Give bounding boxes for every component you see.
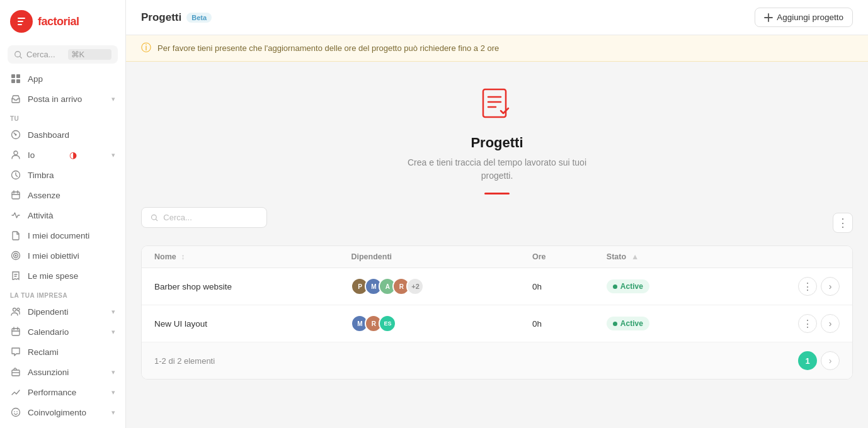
row-more-btn-1[interactable]: ⋮	[798, 277, 817, 296]
info-icon: ⓘ	[141, 42, 151, 55]
project-ore-1: 0h	[520, 268, 594, 305]
logo-icon	[10, 10, 33, 33]
next-page-btn[interactable]: ›	[821, 351, 840, 370]
sidebar-item-posta-label: Posta in arrivo	[28, 94, 82, 104]
sidebar-search[interactable]: Cerca... ⌘K	[8, 45, 118, 64]
sidebar: factorial Cerca... ⌘K App Posta in arriv…	[0, 0, 126, 428]
chevron-icon-dip: ▾	[111, 308, 115, 316]
page-title-area: Progetti Beta	[141, 11, 212, 24]
hero-section: Progetti Crea e tieni traccia del tempo …	[126, 62, 868, 207]
svg-point-18	[12, 408, 20, 417]
status-dot	[613, 284, 617, 289]
table-section: ⋮ Nome ↕ Dipendenti	[126, 207, 868, 395]
chevron-icon-io: ▾	[111, 151, 115, 159]
person-icon	[10, 149, 21, 160]
svg-point-14	[13, 308, 16, 312]
sidebar-item-coinvolgimento-label: Coinvolgimento	[28, 408, 86, 417]
projects-table: Nome ↕ Dipendenti Ore Stato ▲	[141, 245, 853, 380]
sort-nome-icon: ↕	[181, 252, 185, 261]
project-avatars-2: M R ES	[338, 305, 519, 342]
search-icon	[14, 50, 23, 59]
table-search-bar[interactable]	[141, 207, 267, 228]
project-actions-2: ⋮ ›	[724, 305, 852, 342]
sidebar-item-assunzioni-label: Assunzioni	[28, 368, 69, 377]
status-badge: Active	[607, 279, 649, 293]
table-row: New UI layout M R ES 0h	[142, 305, 852, 342]
inbox-icon	[10, 93, 21, 104]
col-ore: Ore	[520, 246, 594, 268]
col-nome[interactable]: Nome ↕	[142, 246, 338, 268]
pagination-controls: 1 ›	[594, 342, 852, 380]
svg-point-20	[16, 411, 18, 412]
smile-icon	[10, 407, 21, 418]
col-stato[interactable]: Stato ▲	[594, 246, 724, 268]
project-name-2: New UI layout	[142, 305, 338, 342]
sidebar-item-dipendenti[interactable]: Dipendenti ▾	[0, 301, 125, 322]
project-actions-1: ⋮ ›	[724, 268, 852, 305]
info-banner: ⓘ Per favore tieni presente che l'aggior…	[126, 35, 868, 62]
sidebar-item-io-label: Io	[28, 150, 35, 160]
sidebar-item-obiettivi[interactable]: I miei obiettivi	[0, 245, 125, 266]
avatar-more: +2	[406, 278, 424, 295]
sidebar-item-timbra[interactable]: Timbra	[0, 165, 125, 185]
sidebar-item-performance[interactable]: Performance ▾	[0, 382, 125, 402]
sidebar-item-reclami[interactable]: Reclami	[0, 342, 125, 362]
sidebar-item-assenze-label: Assenze	[28, 191, 60, 200]
sidebar-item-obiettivi-label: I miei obiettivi	[28, 251, 79, 261]
content-area: Progetti Crea e tieni traccia del tempo …	[126, 62, 868, 428]
sidebar-item-attivita-label: Attività	[28, 211, 54, 220]
sidebar-item-documenti[interactable]: I miei documenti	[0, 225, 125, 245]
svg-point-7	[15, 134, 17, 136]
project-stato-2: Active	[594, 305, 724, 342]
dashboard-icon	[10, 129, 21, 140]
target-icon	[10, 250, 21, 261]
clock-icon	[10, 169, 21, 181]
sidebar-item-assenze[interactable]: Assenze	[0, 185, 125, 205]
row-arrow-btn-2[interactable]: ›	[821, 314, 840, 333]
avatar-tag: ES	[379, 315, 396, 332]
project-stato-1: Active	[594, 268, 724, 305]
svg-rect-4	[11, 79, 15, 83]
sidebar-item-spese[interactable]: Le mie spese	[0, 266, 125, 286]
current-page: 1	[798, 351, 817, 370]
project-name-1: Barber shop website	[142, 268, 338, 305]
add-project-button[interactable]: Aggiungi progetto	[755, 8, 853, 27]
sidebar-item-documenti-label: I miei documenti	[28, 231, 89, 240]
sidebar-item-calendario[interactable]: Calendario ▾	[0, 322, 125, 342]
briefcase-icon	[10, 366, 21, 378]
hero-divider	[484, 193, 510, 194]
project-avatars-1: P M A R +2	[338, 268, 519, 305]
svg-point-8	[14, 151, 18, 155]
sidebar-item-rilevazione[interactable]: Rilevazione prese...	[0, 422, 125, 428]
sidebar-item-attivita[interactable]: Attività	[0, 205, 125, 225]
svg-rect-3	[16, 74, 20, 78]
banner-message: Per favore tieni presente che l'aggiorna…	[157, 43, 499, 53]
sidebar-item-calendario-label: Calendario	[28, 327, 69, 337]
table-search-icon	[151, 213, 158, 222]
chevron-icon-cal: ▾	[111, 328, 115, 336]
sort-stato-icon: ▲	[631, 252, 639, 261]
sidebar-item-posta[interactable]: Posta in arrivo ▾	[0, 89, 125, 109]
sidebar-item-coinvolgimento[interactable]: Coinvolgimento ▾	[0, 402, 125, 422]
page-title: Progetti	[141, 11, 181, 24]
sidebar-item-dashboard[interactable]: Dashboard	[0, 125, 125, 145]
sidebar-item-assunzioni[interactable]: Assunzioni ▾	[0, 362, 125, 382]
section-label-impresa: LA TUA IMPRESA	[0, 286, 125, 301]
sidebar-item-dipendenti-label: Dipendenti	[28, 307, 69, 317]
pagination-row: 1-2 di 2 elementi 1 ›	[142, 342, 852, 380]
table-search-input[interactable]	[163, 213, 258, 222]
sidebar-item-spese-label: Le mie spese	[28, 271, 78, 281]
table-options-btn[interactable]: ⋮	[833, 213, 853, 233]
row-arrow-btn-1[interactable]: ›	[821, 277, 840, 296]
sidebar-item-app[interactable]: App	[0, 69, 125, 89]
main-content: Progetti Beta Aggiungi progetto ⓘ Per fa…	[126, 0, 868, 428]
projects-icon	[478, 87, 516, 125]
row-more-btn-2[interactable]: ⋮	[798, 314, 817, 333]
svg-rect-5	[16, 79, 20, 83]
section-label-tu: TU	[0, 109, 125, 125]
search-placeholder: Cerca...	[26, 50, 64, 59]
beta-badge: Beta	[186, 13, 212, 23]
plus-icon	[764, 13, 773, 22]
sidebar-item-io[interactable]: Io ◑ ▾	[0, 145, 125, 165]
chevron-icon-perf: ▾	[111, 388, 115, 397]
